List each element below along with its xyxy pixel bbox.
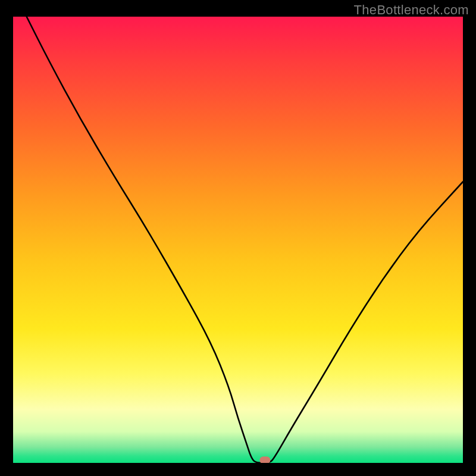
plot-area bbox=[13, 17, 463, 463]
minimum-marker bbox=[259, 456, 270, 463]
watermark-text: TheBottleneck.com bbox=[354, 2, 469, 18]
curve-svg bbox=[13, 17, 463, 463]
chart-stage: TheBottleneck.com bbox=[0, 0, 476, 476]
bottleneck-curve bbox=[27, 17, 463, 463]
